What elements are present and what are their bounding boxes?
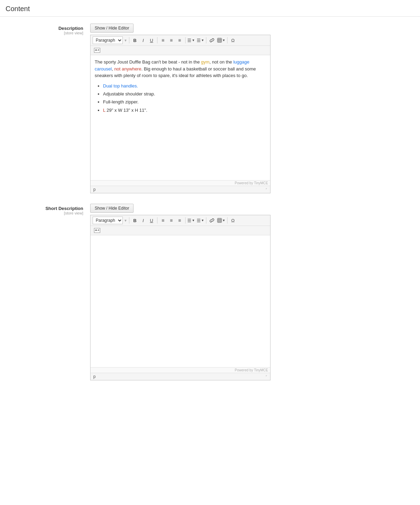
short-description-list-ol-button[interactable]: ☰▼ xyxy=(197,218,204,223)
short-description-show-hide-button[interactable]: Show / Hide Editor xyxy=(90,204,134,213)
description-italic-button[interactable]: I xyxy=(139,36,147,44)
image-icon xyxy=(94,48,100,53)
description-store-view: [store view] xyxy=(7,31,83,35)
short-description-editor-content[interactable] xyxy=(91,235,270,367)
page-title: Content xyxy=(0,0,420,17)
svg-rect-5 xyxy=(217,218,222,222)
description-editor: Paragraph ▼ B I U ≡ ≡ ≡ ☰▼ xyxy=(90,35,271,193)
description-list-item: Full-length zipper. xyxy=(103,98,266,106)
short-description-align-left-button[interactable]: ≡ xyxy=(159,217,167,224)
short-image-icon xyxy=(94,228,100,233)
description-list-item: Dual top handles. xyxy=(103,82,266,90)
short-description-list-ul-button[interactable]: ☰▼ xyxy=(187,218,195,223)
short-description-paragraph-select[interactable]: Paragraph xyxy=(93,217,123,224)
short-description-status-bar: p ⌜ xyxy=(91,373,270,380)
description-toolbar-row2 xyxy=(91,46,270,55)
short-description-editor-container: Show / Hide Editor Paragraph ▼ B I U ≡ ≡… xyxy=(90,204,271,380)
short-description-underline-button[interactable]: U xyxy=(148,217,155,224)
toolbar-divider-5 xyxy=(227,37,228,43)
description-list-ul-button[interactable]: ☰▼ xyxy=(187,38,195,43)
description-table-button[interactable]: ▼ xyxy=(217,38,225,43)
short-description-link-button[interactable] xyxy=(208,217,216,224)
short-description-bold-button[interactable]: B xyxy=(131,217,139,224)
short-description-field: Short Description [store view] Show / Hi… xyxy=(7,204,413,380)
toolbar-divider-1 xyxy=(129,37,129,43)
short-description-align-right-button[interactable]: ≡ xyxy=(176,217,183,224)
description-align-left-button[interactable]: ≡ xyxy=(159,36,167,44)
short-description-toolbar-row2 xyxy=(91,226,270,235)
description-editor-content[interactable]: The sporty Joust Duffle Bag can't be bea… xyxy=(91,55,270,180)
short-description-italic-button[interactable]: I xyxy=(139,217,147,224)
description-tinymce-branding: Powered by TinyMCE xyxy=(91,180,270,186)
short-description-toolbar: Paragraph ▼ B I U ≡ ≡ ≡ ☰▼ xyxy=(91,215,270,226)
description-link-button[interactable] xyxy=(208,36,216,44)
description-toolbar: Paragraph ▼ B I U ≡ ≡ ≡ ☰▼ xyxy=(91,35,270,46)
toolbar-divider-4 xyxy=(206,37,206,43)
description-status-tag: p xyxy=(93,187,96,192)
description-align-center-button[interactable]: ≡ xyxy=(168,36,175,44)
toolbar-divider-2 xyxy=(157,37,157,43)
description-paragraph-select[interactable]: Paragraph xyxy=(93,36,123,44)
short-description-label-text: Short Description xyxy=(45,206,83,211)
description-omega-button[interactable]: Ω xyxy=(229,36,237,44)
description-label-text: Description xyxy=(58,26,83,31)
short-description-image-button[interactable] xyxy=(93,227,102,234)
description-show-hide-button[interactable]: Show / Hide Editor xyxy=(90,24,134,33)
short-description-status-tag: p xyxy=(93,374,96,379)
short-description-tinymce-branding: Powered by TinyMCE xyxy=(91,367,270,373)
short-toolbar-divider-4 xyxy=(206,217,206,224)
short-toolbar-divider-3 xyxy=(185,217,186,224)
toolbar-divider-3 xyxy=(185,37,186,43)
short-description-editor: Paragraph ▼ B I U ≡ ≡ ≡ ☰▼ xyxy=(90,215,271,380)
description-list-ol-button[interactable]: ☰▼ xyxy=(197,38,204,43)
description-editor-container: Show / Hide Editor Paragraph ▼ B I U ≡ ≡… xyxy=(90,24,271,193)
description-resize-handle[interactable]: ⌜ xyxy=(266,188,267,192)
short-toolbar-divider-1 xyxy=(129,217,129,224)
short-description-omega-button[interactable]: Ω xyxy=(229,217,237,224)
description-label: Description [store view] xyxy=(7,24,90,35)
short-toolbar-divider-2 xyxy=(157,217,157,224)
short-description-resize-handle[interactable]: ⌜ xyxy=(266,375,267,379)
description-list-item: L 29" x W 13" x H 11". xyxy=(103,106,266,114)
short-description-table-button[interactable]: ▼ xyxy=(217,218,225,223)
svg-rect-0 xyxy=(217,38,222,42)
description-paragraph: The sporty Joust Duffle Bag can't be bea… xyxy=(95,59,266,79)
short-description-label: Short Description [store view] xyxy=(7,204,90,215)
description-status-bar: p ⌜ xyxy=(91,186,270,193)
description-list-item: Adjustable shoulder strap. xyxy=(103,90,266,98)
description-list: Dual top handles. Adjustable shoulder st… xyxy=(103,82,266,115)
description-field: Description [store view] Show / Hide Edi… xyxy=(7,24,413,193)
description-bold-button[interactable]: B xyxy=(131,36,139,44)
description-underline-button[interactable]: U xyxy=(148,36,155,44)
description-align-right-button[interactable]: ≡ xyxy=(176,36,183,44)
short-description-store-view: [store view] xyxy=(7,211,83,215)
short-description-align-center-button[interactable]: ≡ xyxy=(168,217,175,224)
description-image-button[interactable] xyxy=(93,47,102,54)
short-toolbar-divider-5 xyxy=(227,217,228,224)
